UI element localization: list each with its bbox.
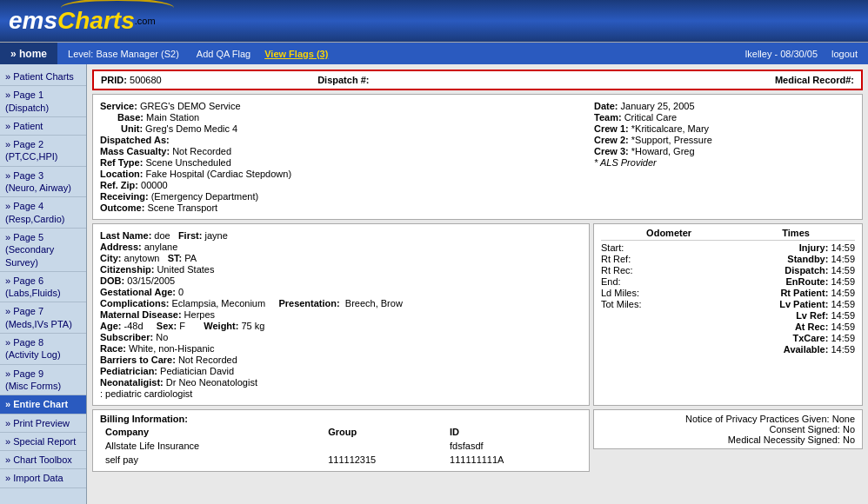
address-row: Address: anylane	[100, 242, 582, 252]
injury-label: Injury: 14:59	[799, 242, 855, 253]
txcare-label: TxCare: 14:59	[792, 333, 855, 343]
dispatch-time-label: Dispatch: 14:59	[785, 265, 855, 275]
sidebar-item-page5[interactable]: » Page 5(Secondary Survey)	[0, 229, 86, 272]
sidebar-item-page3[interactable]: » Page 3(Neuro, Airway)	[0, 167, 86, 198]
state-value: PA	[184, 253, 197, 263]
available-label: Available: 14:59	[784, 344, 855, 355]
necessity-value: No	[843, 434, 855, 445]
notice-label: Notice of Privacy Practices Given:	[685, 414, 830, 424]
gestational-label: Gestational Age:	[100, 287, 176, 297]
logout-button[interactable]: logout	[831, 49, 858, 59]
refzip-label: Ref. Zip:	[100, 180, 138, 190]
privacy-section: Notice of Privacy Practices Given: None …	[593, 409, 863, 472]
neonatalist-value: Dr Neo Neonatologist	[166, 377, 257, 388]
city-value: anytown	[124, 253, 160, 263]
reftype-label: Ref Type:	[100, 157, 143, 168]
necessity-label: Medical Necessity Signed:	[728, 434, 840, 445]
sidebar-item-import-data[interactable]: » Import Data	[0, 469, 86, 487]
logo-ems: ems	[9, 7, 57, 35]
location-value: Fake Hospital (Cardiac Stepdown)	[146, 169, 292, 179]
neonatalist-sub-row: : pediatric cardiologist	[100, 388, 582, 399]
crew3-label: Crew 3:	[594, 146, 629, 156]
neonatalist-label: Neonataligist:	[100, 377, 164, 388]
address-value: anylane	[144, 242, 178, 252]
main-layout: » Patient Charts » Page 1(Dispatch) » Pa…	[0, 64, 868, 504]
header: emsCharts.com	[0, 0, 868, 42]
patient-info-box: Last Name: doe First: jayne Address: any…	[92, 223, 590, 406]
sex-label: Sex:	[157, 321, 177, 331]
dispatch-two-col: Service: GREG's DEMO Service Base: Main …	[100, 100, 855, 214]
sidebar-item-patient[interactable]: » Patient	[0, 117, 86, 136]
rtrec-label: Rt Rec:	[601, 265, 633, 275]
times-atrec-row: At Rec: 14:59	[601, 322, 855, 332]
sidebar-item-entire-chart[interactable]: » Entire Chart	[0, 395, 86, 414]
billing-company-2: self pay	[102, 454, 323, 466]
complications-row: Complications: Eclampsia, Meconium Prese…	[100, 298, 582, 308]
times-lvref-row: Lv Ref: 14:59	[601, 310, 855, 321]
chart-header-box: PRID: 500680 Dispatch #: Medical Record#…	[92, 70, 863, 90]
sidebar-item-page1[interactable]: » Page 1(Dispatch)	[0, 86, 86, 117]
sidebar-item-page7[interactable]: » Page 7(Meds,IVs PTA)	[0, 302, 86, 334]
race-row: Race: White, non-Hispanic	[100, 343, 582, 354]
home-button[interactable]: » home	[0, 43, 57, 65]
gestational-row: Gestational Age: 0	[100, 287, 582, 297]
content-area: PRID: 500680 Dispatch #: Medical Record#…	[87, 64, 868, 504]
medrecord-field-label: Medical Record#:	[775, 75, 854, 85]
start-label: Start:	[601, 242, 624, 253]
times-header-label: Times	[782, 228, 810, 238]
citizenship-label: Citizenship:	[100, 264, 154, 275]
masscasualty-row: Mass Casualty: Not Recorded	[100, 146, 594, 156]
billing-group-1	[324, 440, 444, 452]
lvpatient-label: Lv Patient: 14:59	[779, 299, 855, 309]
sidebar-item-chart-toolbox[interactable]: » Chart Toolbox	[0, 451, 86, 469]
sidebar-item-special-report[interactable]: » Special Report	[0, 433, 86, 451]
sidebar-item-page4[interactable]: » Page 4(Resp,Cardio)	[0, 197, 86, 229]
lastname-value: doe	[154, 230, 170, 241]
crew3-value: *Howard, Greg	[631, 146, 695, 156]
crew3-row: Crew 3: *Howard, Greg	[594, 146, 855, 156]
citizenship-value: United States	[157, 264, 214, 275]
rtref-label: Rt Ref:	[601, 254, 631, 264]
race-label: Race:	[100, 343, 126, 354]
consent-label: Consent Signed:	[770, 424, 840, 434]
sidebar-item-page2[interactable]: » Page 2(PT,CC,HPI)	[0, 136, 86, 167]
outcome-row: Outcome: Scene Transport	[100, 202, 594, 213]
service-row: Service: GREG's DEMO Service	[100, 101, 594, 111]
sidebar-item-patient-charts[interactable]: » Patient Charts	[0, 68, 86, 86]
level-label: Level: Base Manager (S2)	[57, 49, 190, 59]
address-label: Address:	[100, 242, 142, 252]
viewflags-button[interactable]: View Flags (3)	[257, 49, 335, 59]
lvref-label: Lv Ref: 14:59	[796, 310, 855, 321]
sidebar-item-print-preview[interactable]: » Print Preview	[0, 414, 86, 433]
dispatched-row: Dispatched As:	[100, 135, 594, 145]
service-label: Service:	[100, 101, 137, 111]
times-box: Odometer Times Start: Injury: 14:59 Rt R…	[593, 223, 863, 406]
sidebar-item-page6[interactable]: » Page 6(Labs,Fluids)	[0, 272, 86, 303]
crew1-row: Crew 1: *Kriticalcare, Mary	[594, 123, 855, 134]
billing-box: Billing Information: Company Group ID Al…	[92, 409, 590, 472]
billing-id-1: fdsfasdf	[446, 440, 580, 452]
barriers-value: Not Recorded	[178, 355, 237, 365]
sex-value: F	[179, 321, 185, 331]
notice-value: None	[832, 414, 855, 424]
addqa-button[interactable]: Add QA Flag	[190, 49, 257, 59]
neonatalist-sub-value: : pediatric cardiologist	[100, 388, 192, 399]
weight-label: Weight:	[204, 321, 238, 331]
citizenship-row: Citizenship: United States	[100, 264, 582, 275]
sidebar-item-page9[interactable]: » Page 9(Misc Forms)	[0, 365, 86, 396]
nav-right: lkelley - 08/30/05 logout	[735, 49, 868, 59]
privacy-box: Notice of Privacy Practices Given: None …	[593, 409, 863, 449]
barriers-row: Barriers to Care: Not Recorded	[100, 355, 582, 365]
navbar: » home Level: Base Manager (S2) Add QA F…	[0, 42, 868, 64]
city-row: City: anytown ST: PA	[100, 253, 582, 263]
notice-row: Notice of Privacy Practices Given: None	[601, 414, 855, 424]
dob-value: 03/15/2005	[127, 275, 175, 286]
reftype-value: Scene Unscheduled	[145, 157, 230, 168]
maternal-value: Herpes	[184, 309, 215, 320]
billing-row-1: Allstate Life Insurance fdsfasdf	[102, 440, 580, 452]
billing-header: Billing Information:	[100, 414, 582, 424]
billing-section: Billing Information: Company Group ID Al…	[92, 409, 590, 472]
times-rtpatient-row: Ld Miles: Rt Patient: 14:59	[601, 288, 855, 298]
sidebar-item-page8[interactable]: » Page 8(Activity Log)	[0, 334, 86, 365]
presentation-label: Presentation:	[278, 298, 339, 308]
